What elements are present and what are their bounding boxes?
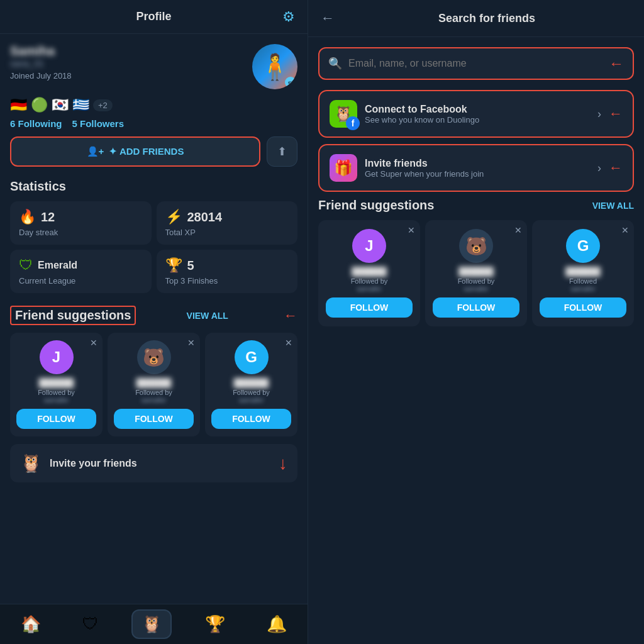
profile-joined: Joined July 2018 — [10, 71, 252, 80]
friend-card-g-close-left[interactable]: ✕ — [285, 338, 292, 348]
invite-friends-text: Invite friends Get Super when your frien… — [365, 158, 590, 179]
shield-nav-icon: 🛡 — [82, 614, 99, 634]
profile-info: Samiha sana_01 Joined July 2018 — [10, 44, 252, 80]
follow-button-bear-right[interactable]: FOLLOW — [433, 297, 519, 318]
left-header: Profile ⚙ — [0, 0, 308, 34]
view-all-button-right[interactable]: VIEW ALL — [592, 201, 634, 211]
top3-stat-card: 🏆 5 Top 3 Finishes — [157, 250, 298, 293]
flag-korean: 🇰🇷 — [52, 97, 69, 113]
left-content: Samiha sana_01 Joined July 2018 🧍 ✏ 🇩🇪 🟢… — [0, 34, 308, 604]
statistics-title: Statistics — [10, 179, 297, 194]
connect-facebook-title: Connect to Facebook — [365, 104, 590, 115]
back-button[interactable]: ← — [321, 10, 335, 26]
friend-suggestions-title-left: Friend suggestions — [10, 306, 136, 325]
following-count[interactable]: 6 Following — [10, 118, 62, 129]
connect-facebook-text: Connect to Facebook See who you know on … — [365, 104, 590, 125]
friend-card-g-left: ✕ G ██████ Followed bysamafer FOLLOW — [205, 333, 297, 436]
friend-card-g-right: ✕ G ██████ Followedsamafer FOLLOW — [532, 220, 634, 326]
search-arrow-indicator: ← — [609, 55, 624, 72]
follow-button-j-left[interactable]: FOLLOW — [16, 409, 96, 429]
profile-section: Samiha sana_01 Joined July 2018 🧍 ✏ — [10, 44, 297, 89]
invite-icon: 🦉 — [20, 453, 42, 474]
right-content: 🔍 ← 🦉 f Connect to Facebook See who you … — [308, 37, 644, 644]
action-buttons: 👤+ ✦ ADD FRIENDS ⬆ — [10, 136, 297, 167]
friend-card-bear-close-left[interactable]: ✕ — [187, 338, 195, 348]
friend-card-bear-close-right[interactable]: ✕ — [514, 225, 522, 235]
gift-icon: 🎁 — [330, 154, 357, 182]
share-button[interactable]: ⬆ — [267, 136, 297, 167]
nav-shield[interactable]: 🛡 — [74, 611, 108, 638]
xp-stat-top: ⚡ 28014 — [165, 209, 289, 225]
streak-label: Day streak — [19, 228, 143, 237]
avatar[interactable]: 🧍 ✏ — [252, 44, 297, 89]
friend-card-j-close-left[interactable]: ✕ — [90, 338, 97, 348]
follow-button-g-right[interactable]: FOLLOW — [540, 297, 626, 318]
stats-grid: 🔥 12 Day streak ⚡ 28014 Total XP 🛡 Eme — [10, 201, 297, 293]
search-input[interactable] — [348, 58, 602, 69]
avatar-edit-badge[interactable]: ✏ — [285, 77, 296, 88]
search-bar[interactable]: 🔍 ← — [318, 47, 634, 80]
league-value: Emerald — [38, 260, 77, 271]
nav-notifications[interactable]: 🔔 — [258, 611, 296, 638]
top3-label: Top 3 Finishes — [165, 276, 289, 286]
league-stat-top: 🛡 Emerald — [19, 257, 143, 274]
search-friends-title: Search for friends — [342, 12, 631, 25]
view-all-button-left[interactable]: VIEW ALL — [187, 311, 228, 321]
flags-row: 🇩🇪 🟢 🇰🇷 🇬🇷 +2 — [10, 97, 297, 113]
connect-facebook-icon-wrap: 🦉 f — [330, 100, 357, 128]
invite-friends-card[interactable]: 🎁 Invite friends Get Super when your fri… — [318, 144, 634, 192]
friend-card-bear-right: ✕ 🐻 ██████ Followed bysamafer FOLLOW — [425, 220, 527, 326]
xp-icon: ⚡ — [165, 209, 182, 225]
nav-profile[interactable]: 🦉 — [131, 609, 172, 639]
friend-followed-g-left: Followed bysamafer — [233, 389, 270, 404]
friend-followed-g-right: Followedsamafer — [569, 277, 597, 292]
invite-friends-title: Invite friends — [365, 158, 590, 169]
search-icon: 🔍 — [328, 57, 342, 70]
streak-value: 12 — [41, 210, 55, 225]
invite-friends-subtitle: Get Super when your friends join — [365, 169, 590, 179]
right-header: ← Search for friends — [308, 0, 644, 37]
friend-card-j-close-right[interactable]: ✕ — [408, 225, 415, 235]
more-flags-badge: +2 — [93, 99, 113, 111]
friend-suggestions-header-left: Friend suggestions VIEW ALL ← — [10, 306, 297, 325]
top3-icon: 🏆 — [165, 257, 182, 274]
flag-german: 🇩🇪 — [10, 97, 27, 113]
friend-avatar-j-left: J — [40, 340, 74, 374]
friend-card-j-left: ✕ J ██████ Followed bysamafer FOLLOW — [10, 333, 103, 436]
friend-card-g-close-right[interactable]: ✕ — [621, 225, 629, 235]
home-icon: 🏠 — [21, 614, 41, 634]
nav-home[interactable]: 🏠 — [12, 611, 50, 638]
friend-card-j-right: ✕ J ██████ Followed bysamafer FOLLOW — [318, 220, 420, 326]
follow-button-bear-left[interactable]: FOLLOW — [114, 409, 194, 429]
connect-facebook-chevron: › — [597, 108, 601, 121]
streak-icon: 🔥 — [19, 209, 36, 225]
invite-text: Invite your friends — [50, 458, 137, 469]
streak-stat-card: 🔥 12 Day streak — [10, 201, 152, 245]
invite-arrow-icon: ↓ — [279, 453, 287, 474]
xp-stat-card: ⚡ 28014 Total XP — [157, 201, 298, 245]
friend-avatar-bear-right: 🐻 — [459, 229, 493, 263]
top3-stat-top: 🏆 5 — [165, 257, 289, 274]
followers-count[interactable]: 5 Followers — [72, 118, 125, 129]
follow-button-g-left[interactable]: FOLLOW — [211, 409, 291, 429]
profile-title: Profile — [136, 10, 171, 23]
settings-button[interactable]: ⚙ — [282, 9, 295, 25]
friend-avatar-g-right: G — [566, 229, 600, 263]
invite-arrow-indicator-right: ← — [609, 160, 623, 176]
add-friends-button[interactable]: 👤+ ✦ ADD FRIENDS — [10, 136, 260, 167]
add-friends-label: ✦ ADD FRIENDS — [109, 146, 184, 157]
profile-name: Samiha — [10, 44, 252, 58]
friend-avatar-j-right: J — [352, 229, 386, 263]
connect-facebook-card[interactable]: 🦉 f Connect to Facebook See who you know… — [318, 90, 634, 138]
friend-name-bear-right: ██████ — [433, 267, 519, 276]
follow-stats: 6 Following 5 Followers — [10, 118, 297, 129]
add-friends-icon: 👤+ — [87, 146, 104, 157]
arrow-indicator-left: ← — [284, 308, 297, 324]
league-label: Current League — [19, 276, 143, 286]
league-stat-card: 🛡 Emerald Current League — [10, 250, 152, 293]
friend-avatar-bear-left: 🐻 — [137, 340, 171, 374]
friend-followed-j-right: Followed bysamafer — [351, 277, 388, 292]
invite-bar[interactable]: 🦉 Invite your friends ↓ — [10, 444, 297, 482]
follow-button-j-right[interactable]: FOLLOW — [326, 297, 413, 318]
nav-leaderboard[interactable]: 🏆 — [196, 611, 234, 638]
